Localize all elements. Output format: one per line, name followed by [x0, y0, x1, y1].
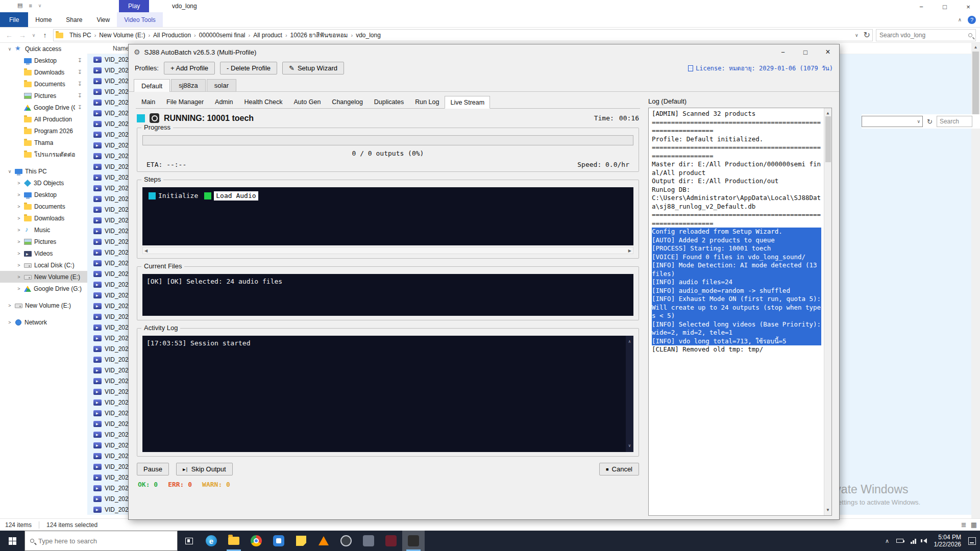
tree-item[interactable]: > Google Drive (G:) ↧: [0, 283, 87, 294]
scroll-right-icon[interactable]: ▶: [628, 248, 631, 253]
tree-item[interactable]: > Pictures ↧: [0, 236, 87, 247]
expand-arrow-icon[interactable]: >: [16, 274, 21, 280]
scroll-up-icon[interactable]: ▲: [974, 43, 978, 52]
tree-item[interactable]: Program 2026 ↧: [0, 125, 87, 137]
activity-scrollbar[interactable]: ∧ ∨: [626, 336, 633, 452]
log-scrollbar[interactable]: ▲ ▼: [824, 108, 831, 515]
tree-item[interactable]: Google Drive (G: ↧: [0, 102, 87, 113]
address-box[interactable]: This PC › New Volume (E:) › All Producti…: [53, 29, 873, 41]
breadcrumb-item[interactable]: This PC ›: [66, 32, 96, 39]
activity-scroll-down-icon[interactable]: ∨: [628, 441, 631, 450]
breadcrumb-item[interactable]: 10026 ยาสีฟันขอหอม ›: [287, 30, 353, 40]
back-icon[interactable]: ←: [4, 31, 14, 39]
history-chevron-icon[interactable]: ∨: [31, 33, 37, 38]
dialog-tab[interactable]: Run Log: [409, 96, 445, 108]
tree-item[interactable]: Desktop ↧: [0, 55, 87, 66]
log-scroll-down-icon[interactable]: ▼: [827, 506, 829, 515]
dialog-maximize-button[interactable]: □: [794, 45, 817, 59]
taskbar-app-file-explorer[interactable]: [223, 531, 245, 551]
taskbar-app-edge[interactable]: e: [200, 531, 223, 551]
expand-arrow-icon[interactable]: >: [7, 303, 12, 308]
address-dropdown-icon[interactable]: ∨: [855, 33, 859, 38]
tree-item[interactable]: > Videos ↧: [0, 247, 87, 259]
minimize-button[interactable]: −: [910, 0, 933, 13]
dialog-tab[interactable]: Changelog: [326, 96, 368, 108]
taskbar-app-maroon[interactable]: [380, 531, 402, 551]
ribbon-collapse-icon[interactable]: ∧: [958, 17, 962, 22]
step-chip[interactable]: Load Audio: [202, 190, 260, 202]
tray-network-icon[interactable]: [911, 538, 916, 544]
expand-arrow-icon[interactable]: ∨: [7, 169, 12, 174]
skip-output-button[interactable]: ▶| Skip Output: [176, 463, 233, 475]
tree-item[interactable]: > Downloads ↧: [0, 212, 87, 224]
expand-arrow-icon[interactable]: >: [16, 286, 21, 291]
qat-chevron-icon[interactable]: ∨: [38, 3, 42, 8]
tree-item[interactable]: > New Volume (E:) ↧: [0, 271, 87, 283]
breadcrumb-item[interactable]: vdo_long ›: [353, 32, 384, 39]
delete-profile-button[interactable]: - Delete Profile: [220, 62, 277, 74]
tree-item[interactable]: Thama ↧: [0, 137, 87, 148]
scroll-left-icon[interactable]: ◀: [144, 248, 148, 253]
setup-wizard-button[interactable]: ✎ Setup Wizard: [282, 62, 344, 74]
tray-battery-icon[interactable]: [896, 539, 903, 543]
close-button[interactable]: ×: [957, 0, 980, 13]
taskbar-app-blue[interactable]: [267, 531, 290, 551]
taskbar-search-input[interactable]: [38, 537, 172, 545]
taskbar-app-vlc[interactable]: [312, 531, 335, 551]
activity-scroll-up-icon[interactable]: ∧: [628, 337, 631, 346]
start-button[interactable]: [0, 531, 24, 551]
background-search-fragment[interactable]: Search: [937, 116, 972, 127]
explorer-search-input[interactable]: [879, 32, 968, 39]
ribbon-tab[interactable]: Home: [28, 12, 59, 27]
ribbon-tab[interactable]: File: [0, 12, 28, 27]
taskbar-app-gray[interactable]: [335, 531, 357, 551]
taskbar-search[interactable]: [24, 531, 178, 551]
tree-item[interactable]: Documents ↧: [0, 78, 87, 90]
step-chip[interactable]: Initialize: [146, 190, 200, 202]
qat-menu-icon[interactable]: ≡: [29, 3, 32, 9]
dialog-tab[interactable]: Admin: [209, 96, 238, 108]
ribbon-tab[interactable]: Share: [59, 12, 89, 27]
expand-arrow-icon[interactable]: ∨: [7, 46, 12, 52]
tree-item[interactable]: > Local Disk (C:) ↧: [0, 259, 87, 271]
expand-arrow-icon[interactable]: >: [16, 181, 21, 186]
help-icon[interactable]: ?: [968, 16, 976, 24]
dialog-tab[interactable]: File Manager: [161, 96, 209, 108]
expand-arrow-icon[interactable]: >: [7, 320, 12, 325]
ribbon-tab[interactable]: View: [89, 12, 117, 27]
contextual-tab-play[interactable]: Play: [119, 0, 149, 12]
expand-arrow-icon[interactable]: >: [16, 251, 21, 256]
profile-tab[interactable]: solar: [207, 79, 236, 91]
breadcrumb-item[interactable]: All product ›: [250, 32, 287, 39]
dialog-tab[interactable]: Main: [136, 96, 161, 108]
profile-tab[interactable]: Default: [134, 79, 170, 92]
log-scrollbar-thumb[interactable]: [825, 116, 831, 162]
tree-item[interactable]: > Desktop ↧: [0, 189, 87, 201]
tree-item[interactable]: All Production ↧: [0, 113, 87, 125]
breadcrumb-item[interactable]: 000000semi final ›: [196, 32, 250, 39]
expand-arrow-icon[interactable]: >: [16, 204, 21, 209]
taskbar-app-chrome[interactable]: [245, 531, 267, 551]
background-dropdown[interactable]: ∨: [862, 116, 923, 127]
taskbar-app-sj88-active[interactable]: [402, 531, 425, 551]
taskbar-app-dark[interactable]: [357, 531, 380, 551]
qat-grid-icon[interactable]: ▤: [17, 2, 22, 9]
dialog-tab[interactable]: Live Stream: [445, 96, 490, 109]
expand-arrow-icon[interactable]: >: [16, 192, 21, 197]
breadcrumb-item[interactable]: New Volume (E:) ›: [96, 32, 150, 39]
dialog-tab[interactable]: Duplicates: [369, 96, 409, 108]
cancel-button[interactable]: ■ Cancel: [599, 463, 639, 475]
taskbar-clock[interactable]: 5:04 PM 1/22/2026: [934, 534, 961, 548]
refresh-icon[interactable]: ↻: [864, 30, 870, 40]
tree-item[interactable]: > 3D Objects ↧: [0, 177, 87, 189]
log-panel[interactable]: [ADMIN] Scanned 32 products=============…: [648, 108, 832, 516]
dialog-tab[interactable]: Health Check: [238, 96, 288, 108]
thumbnail-view-icon[interactable]: ▦: [971, 521, 977, 529]
explorer-search[interactable]: [876, 29, 976, 41]
tree-item[interactable]: > Music ↧: [0, 224, 87, 236]
breadcrumb-item[interactable]: All Production ›: [150, 32, 196, 39]
dialog-minimize-button[interactable]: −: [772, 45, 794, 59]
dialog-titlebar[interactable]: ⚙ SJ88 AutoBatch v26.5.3 (Multi-Profile)…: [129, 44, 839, 60]
tray-chevron-icon[interactable]: ∧: [885, 538, 889, 544]
dialog-close-button[interactable]: ×: [817, 45, 839, 59]
